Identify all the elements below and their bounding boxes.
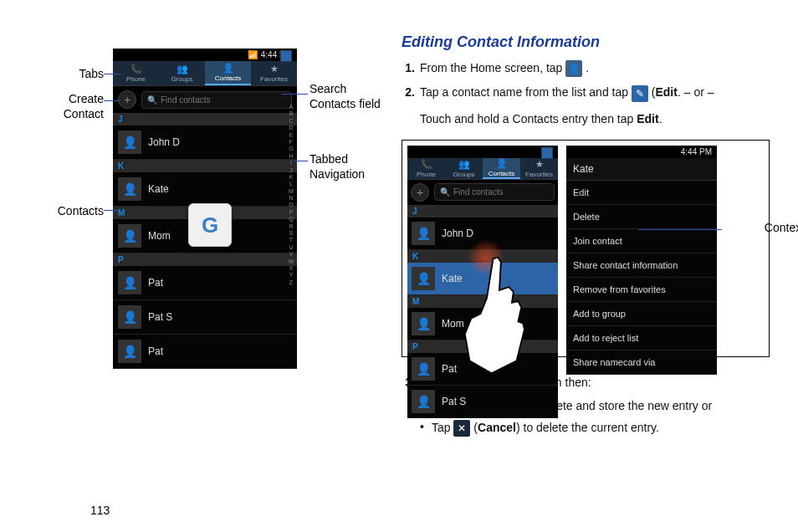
avatar: 👤 [118, 305, 141, 329]
tab-groups[interactable]: 👥Groups [445, 158, 483, 179]
tab-groups-label: Groups [171, 75, 192, 83]
signal-icon: 📶 [248, 50, 258, 59]
list-item[interactable]: 👤Kate [113, 172, 297, 207]
contact-name: John D [148, 136, 180, 148]
menu-item-join[interactable]: Join contact [566, 229, 717, 253]
pointing-hand-icon [453, 251, 533, 376]
annotation-search-field: Search Contacts field [309, 82, 385, 111]
index-popup: G [188, 203, 232, 247]
search-input[interactable]: 🔍 Find contacts [141, 91, 292, 109]
avatar: 👤 [118, 224, 141, 248]
list-item[interactable]: 👤Pat [113, 266, 297, 300]
context-menu-title: Kate [566, 158, 717, 181]
list-item[interactable]: 👤John D [113, 125, 297, 160]
section-header-j: J [113, 113, 297, 125]
page-number: 113 [90, 504, 110, 517]
tab-contacts[interactable]: 👤Contacts [205, 61, 251, 85]
contact-name: Kate [148, 183, 169, 195]
tab-contacts-label: Contacts [215, 74, 242, 82]
phone-icon: 📞 [130, 64, 142, 74]
menu-item-remove-fav[interactable]: Remove from favorites [566, 278, 717, 302]
contact-name: Pat [148, 345, 163, 357]
menu-item-reject[interactable]: Add to reject list [566, 326, 717, 350]
annotation-context-menu: Context Menu [765, 221, 798, 235]
alpha-index[interactable]: ABCDEFGHIJKLMNOPQRSTUVWXYZ [287, 104, 295, 369]
phone-screenshot-tap: 4:44 PM 📞Phone 👥Groups 👤Contacts ★Favori… [407, 146, 558, 346]
tab-phone-label: Phone [126, 75, 146, 83]
phone-screenshot-left: 📶 4:44 PM 📞Phone 👥Groups 👤Contacts ★Favo… [113, 49, 297, 369]
avatar: 👤 [118, 130, 141, 154]
contact-name: Mom [148, 230, 171, 242]
list-item[interactable]: 👤Pat S [407, 386, 558, 418]
menu-item-add-group[interactable]: Add to group [566, 302, 717, 326]
tab-phone[interactable]: 📞Phone [407, 158, 445, 179]
annotation-contacts: Contacts [47, 204, 104, 219]
tab-favorites[interactable]: ★Favorites [520, 158, 558, 179]
contacts-app-icon: 👤 [565, 60, 582, 77]
create-contact-button[interactable]: + [411, 183, 429, 202]
create-contact-button[interactable]: + [118, 90, 136, 109]
section-header-p: P [113, 253, 297, 266]
section-header-k: K [113, 160, 297, 172]
step-1: From the Home screen, tap 👤 . [420, 59, 770, 77]
annotation-tabbed-nav: Tabbed Navigation [309, 152, 385, 182]
search-icon: 🔍 [147, 95, 157, 105]
section-header: J [407, 205, 558, 217]
avatar: 👤 [118, 340, 141, 363]
avatar: 👤 [118, 177, 141, 201]
context-menu-screenshot: 4:44 PM Kate Edit Delete Join contact Sh… [566, 146, 717, 346]
menu-item-share-namecard[interactable]: Share namecard via [566, 350, 717, 375]
close-icon: ✕ [453, 420, 470, 437]
contacts-icon: 👤 [223, 63, 234, 74]
step-number: 2. [402, 84, 420, 127]
step-number: 1. [402, 59, 420, 77]
list-item[interactable]: 👤Pat S [113, 300, 297, 335]
annotation-create-contact: Create Contact [47, 92, 104, 121]
search-placeholder: Find contacts [161, 95, 210, 105]
section-heading: Editing Contact Information [402, 33, 770, 51]
tab-contacts[interactable]: 👤Contacts [483, 158, 520, 179]
search-input[interactable]: 🔍Find contacts [434, 183, 555, 201]
menu-item-share-info[interactable]: Share contact information [566, 253, 717, 278]
menu-item-edit[interactable]: Edit [566, 181, 717, 205]
tab-favorites[interactable]: ★Favorites [251, 61, 297, 85]
avatar: 👤 [118, 271, 141, 294]
combined-screenshot: 4:44 PM 📞Phone 👥Groups 👤Contacts ★Favori… [402, 140, 770, 357]
tabs-row: 📞Phone 👥Groups 👤Contacts ★Favorites [113, 61, 297, 86]
link-icon [280, 50, 292, 62]
groups-icon: 👥 [176, 64, 188, 74]
star-icon: ★ [270, 64, 279, 74]
menu-item-delete[interactable]: Delete [566, 205, 717, 229]
bullet-cancel: • Tap ✕ (Cancel) to delete the current e… [420, 420, 770, 437]
contact-name: Pat [148, 277, 163, 289]
step-2: Tap a contact name from the list and tap… [420, 84, 770, 127]
contact-name: Pat S [148, 311, 172, 323]
annotation-tabs: Tabs [64, 67, 104, 82]
tab-favorites-label: Favorites [260, 75, 288, 83]
list-item[interactable]: 👤Pat [113, 335, 297, 369]
tab-groups[interactable]: 👥Groups [159, 61, 205, 85]
edit-icon: ✎ [632, 85, 648, 102]
